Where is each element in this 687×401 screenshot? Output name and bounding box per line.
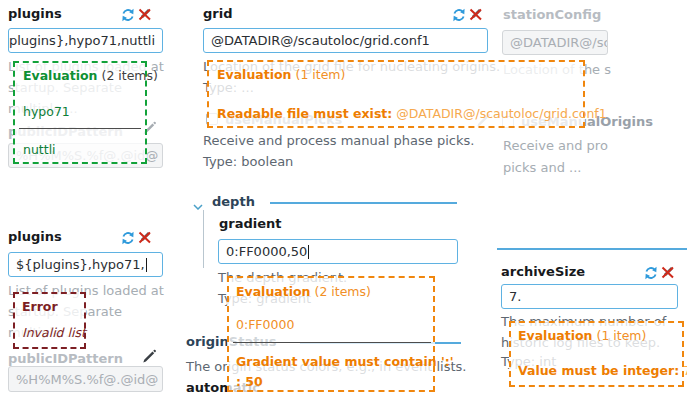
evaluation-item: 0:FF0000 [236,317,294,332]
param-label-gradient: gradient [219,216,282,231]
param-label-plugins-top: plugins [8,6,62,21]
param-label-plugins-bottom: plugins [8,229,62,244]
evaluation-item: hypo71 [23,104,70,119]
plugins-input-bottom[interactable]: ${plugins},hypo71, [8,252,163,277]
evaluation-tooltip-plugins: Evaluation(2 items) hypo71 nuttli [13,61,147,164]
error-tooltip: Error Invalid list [13,292,86,349]
usemanualorigins-desc-line: picks and ... [503,158,581,178]
gradient-input[interactable]: 0:FF0000,50 [218,239,458,264]
usemanualpicks-desc-line: Type: boolean [203,152,293,172]
evaluation-tooltip-gradient: Evaluation(2 items) 0:FF0000 Gradient va… [227,276,435,392]
section-line [497,248,687,250]
chevron-down-icon[interactable] [193,198,203,204]
refresh-icon[interactable] [643,265,659,281]
publicidpattern-input-bottom: %H%M%S.%f@.@id@ [8,366,163,392]
evaluation-title: Evaluation(1 item) [217,67,345,82]
evaluation-separator [19,128,141,129]
stationconfig-input: @DATADIR@/sc [502,30,608,55]
section-line [270,202,457,204]
evaluation-message-line: Gradient value must contain ':' [236,354,454,369]
evaluation-title: Evaluation(1 item) [518,328,646,343]
param-label-archivesize: archiveSize [501,264,585,279]
reset-edit-icon[interactable] [468,6,484,22]
evaluation-message: Value must be integer:7. [518,363,687,378]
evaluation-title: Evaluation(2 items) [236,284,371,299]
reset-edit-icon[interactable] [660,264,676,280]
edit-pencil-icon[interactable] [141,347,157,363]
reset-edit-icon[interactable] [137,229,153,245]
evaluation-item: nuttli [23,142,56,157]
text-cursor [308,245,309,259]
config-editor: plugins ${plugins},hypo71,nuttli List of… [0,0,687,401]
param-label-publicidpattern-bottom: publicIDPattern [8,351,123,366]
error-title: Error [22,299,58,314]
section-header-depth[interactable]: depth [212,194,255,209]
param-label-stationconfig: stationConfig [503,7,601,22]
usemanualpicks-desc-line: Receive and process manual phase picks. [203,131,474,151]
evaluation-title: Evaluation(2 items) [23,68,158,83]
archivesize-input[interactable]: 7. [501,284,678,309]
refresh-icon[interactable] [120,7,136,23]
indent-guide-line [203,210,204,268]
evaluation-tooltip-grid: Evaluation(1 item) Readable file must ex… [207,60,585,128]
error-message: Invalid list [22,325,86,340]
text-cursor [146,258,147,272]
usemanualorigins-desc-line: Receive and pro [503,136,608,156]
refresh-icon[interactable] [451,7,467,23]
refresh-icon[interactable] [120,230,136,246]
param-label-grid: grid [203,6,232,21]
grid-input[interactable]: @DATADIR@/scautoloc/grid.conf1 [203,28,488,53]
plugins-input-top[interactable]: ${plugins},hypo71,nuttli [8,28,163,53]
evaluation-message-line: : 50 [236,374,263,389]
evaluation-separator [233,342,431,343]
evaluation-tooltip-archivesize: Evaluation(1 item) Value must be integer… [509,321,684,387]
evaluation-message: Readable file must exist:@DATADIR@/scaut… [217,106,607,121]
reset-edit-icon[interactable] [137,6,153,22]
